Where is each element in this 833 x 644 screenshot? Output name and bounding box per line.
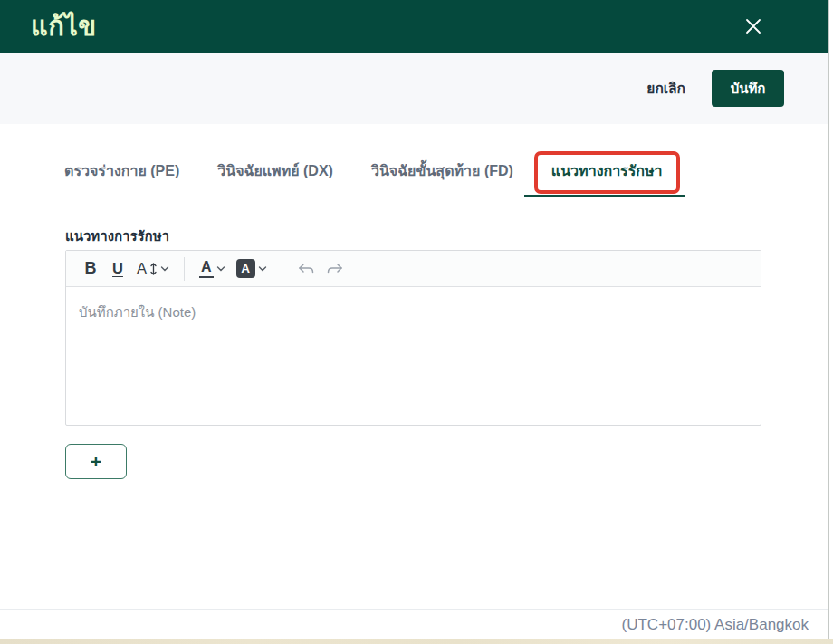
add-item-button[interactable]: + (65, 444, 127, 479)
scrollbar-track[interactable] (828, 0, 833, 644)
highlight-color-button[interactable]: A (233, 255, 271, 283)
vertical-resize-icon (149, 262, 158, 276)
tab-physical-exam-pe[interactable]: ตรวจร่างกาย (PE) (45, 147, 198, 197)
font-size-button[interactable]: A (133, 255, 173, 283)
chevron-down-icon (160, 265, 169, 273)
close-icon (743, 16, 763, 36)
bold-icon: B (85, 259, 97, 278)
bold-button[interactable]: B (79, 255, 102, 283)
rich-text-editor: B U A A A (65, 250, 761, 426)
chevron-down-icon (216, 265, 225, 273)
chevron-down-icon (258, 265, 267, 273)
note-placeholder: บันทึกภายใน (Note) (79, 302, 748, 323)
tab-bar: ตรวจร่างกาย (PE) วินิจฉัยแพทย์ (DX) วินิ… (45, 149, 784, 197)
tab-treatment-plan-label: แนวทางการรักษา (551, 163, 663, 178)
timezone-label: (UTC+07:00) Asia/Bangkok (622, 616, 809, 634)
note-text-area[interactable]: บันทึกภายใน (Note) (66, 287, 761, 426)
editor-toolbar: B U A A A (66, 251, 761, 287)
tab-treatment-plan[interactable]: แนวทางการรักษา (532, 147, 682, 197)
plus-icon: + (91, 451, 101, 473)
tab-final-diagnosis-fd[interactable]: วินิจฉัยขั้นสุดท้าย (FD) (352, 147, 532, 197)
page-background-strip (0, 639, 833, 644)
redo-icon (326, 262, 344, 276)
toolbar-separator (282, 257, 282, 281)
close-button[interactable] (740, 13, 767, 40)
text-color-button[interactable]: A (196, 255, 229, 283)
edit-modal: แก้ไข ยกเลิก บันทึก ตรวจร่างกาย (PE) วิน… (0, 0, 833, 644)
action-bar: ยกเลิก บันทึก (0, 53, 828, 124)
toolbar-separator (184, 257, 185, 281)
cancel-button[interactable]: ยกเลิก (646, 77, 685, 100)
save-button[interactable]: บันทึก (712, 70, 784, 107)
undo-icon (297, 262, 315, 276)
modal-title: แก้ไข (31, 5, 97, 47)
text-color-icon: A (199, 259, 214, 278)
undo-button[interactable] (293, 255, 319, 283)
font-size-icon: A (137, 260, 147, 277)
modal-header: แก้ไข (0, 0, 828, 53)
highlight-color-icon: A (236, 259, 255, 278)
tab-doctor-diagnosis-dx[interactable]: วินิจฉัยแพทย์ (DX) (198, 147, 352, 197)
redo-button[interactable] (322, 255, 348, 283)
underline-button[interactable]: U (106, 255, 129, 283)
underline-icon: U (112, 260, 123, 277)
treatment-plan-field-label: แนวทางการรักษา (65, 226, 169, 247)
